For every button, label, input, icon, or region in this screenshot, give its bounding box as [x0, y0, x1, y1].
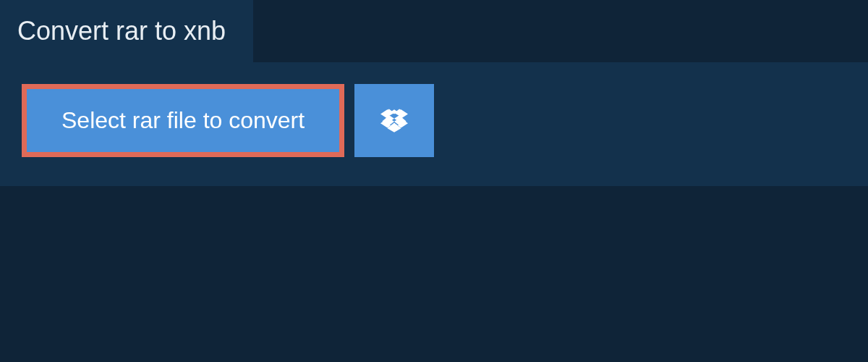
dropbox-button[interactable] [354, 84, 434, 157]
button-row: Select rar file to convert [22, 84, 846, 157]
tab-bar: Convert rar to xnb [0, 0, 868, 62]
tab-title: Convert rar to xnb [17, 16, 226, 46]
tab-convert[interactable]: Convert rar to xnb [0, 0, 253, 62]
convert-panel: Select rar file to convert [0, 62, 868, 186]
select-file-button[interactable]: Select rar file to convert [22, 84, 344, 157]
dropbox-icon [380, 107, 408, 135]
select-file-label: Select rar file to convert [61, 107, 305, 134]
